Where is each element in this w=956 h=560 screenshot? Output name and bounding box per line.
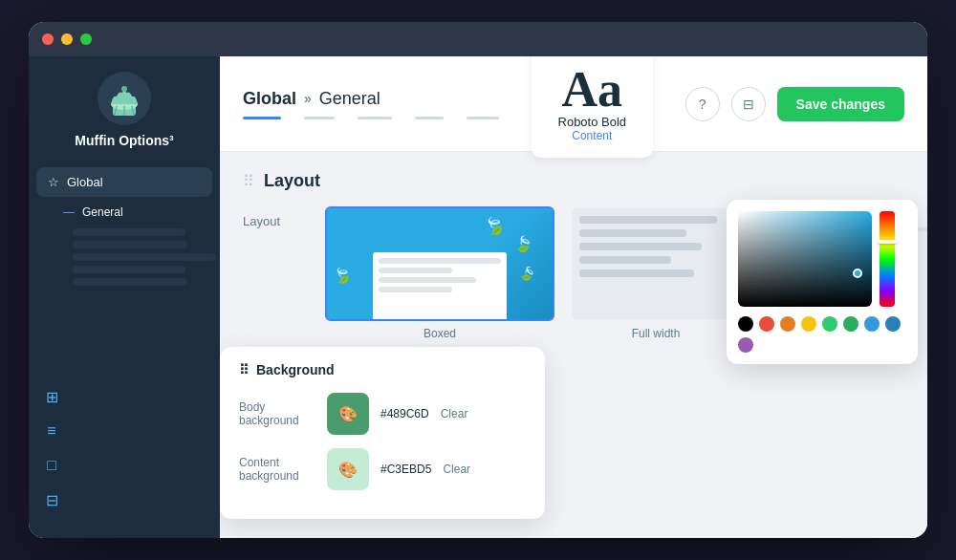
close-dot[interactable] [42, 33, 54, 45]
sidebar-placeholder-5 [73, 278, 187, 286]
breadcrumb-root: Global [243, 89, 296, 109]
layout-line-4 [379, 287, 452, 292]
layout-line-3 [379, 277, 476, 283]
sidebar-placeholder-3 [73, 253, 216, 261]
color-picker-cursor[interactable] [853, 269, 862, 278]
background-panel: ⠿ Background Body background 🎨 #489C6D C… [220, 347, 545, 519]
font-preview-aa: Aa [558, 65, 627, 115]
color-picker-panel [727, 200, 918, 364]
tab-2[interactable] [304, 117, 335, 119]
palette-purple[interactable] [738, 337, 753, 353]
sidebar-item-general[interactable]: — General [29, 201, 220, 224]
main-content: Global » General Aa Roboto Bol [220, 56, 927, 538]
sidebar-general-label: General [82, 205, 123, 219]
leaf-icon-2: 🍃 [513, 233, 535, 254]
layout-options: 🍃 🍃 🍃 🍃 [325, 206, 742, 340]
sidebar-placeholder-2 [73, 241, 187, 248]
layout-card-fullwidth[interactable]: Full width [570, 206, 742, 340]
sidebar-global-label: Global [67, 175, 103, 189]
color-picker-body [738, 211, 906, 307]
tab-5[interactable] [467, 117, 499, 119]
palette-orange[interactable] [780, 316, 795, 332]
font-content-label: Content [558, 129, 627, 142]
fullwidth-label: Full width [632, 327, 681, 340]
browser-window: Muffin Options³ ☆ Global — General [29, 22, 927, 538]
dash-icon: — [63, 205, 75, 219]
browser-titlebar [29, 22, 927, 56]
color-gradient-canvas[interactable] [738, 211, 872, 307]
full-line-3 [579, 243, 702, 250]
page-icon[interactable]: □ [36, 450, 67, 481]
bookmark-button[interactable]: ⊟ [731, 87, 766, 121]
sidebar-bottom-icons: ⊞ ≡ □ ⊟ [29, 374, 220, 523]
layout-preview-boxed: 🍃 🍃 🍃 🍃 [325, 206, 554, 321]
hue-slider[interactable] [880, 211, 895, 307]
font-preview-card: Aa Roboto Bold Content [532, 56, 654, 158]
layout-icon[interactable]: ⊞ [36, 381, 67, 412]
panel-dots-icon: ⠿ [239, 362, 249, 377]
sidebar-item-global[interactable]: ☆ Global [36, 167, 212, 197]
grid-icon[interactable]: ⊟ [36, 485, 67, 515]
boxed-label: Boxed [424, 327, 456, 340]
layout-card-boxed[interactable]: 🍃 🍃 🍃 🍃 [325, 206, 554, 340]
layout-line-2 [379, 268, 452, 273]
main-header: Global » General Aa Roboto Bol [220, 56, 927, 152]
tab-1[interactable] [243, 117, 281, 119]
palette-red[interactable] [759, 316, 774, 332]
maximize-dot[interactable] [80, 33, 92, 45]
content-bg-clear-button[interactable]: Clear [443, 463, 470, 476]
body-bg-swatch[interactable]: 🎨 [327, 393, 369, 435]
drag-dots-icon: ⠿ [243, 172, 254, 190]
palette-yellow[interactable] [801, 316, 816, 332]
tab-4[interactable] [415, 117, 444, 119]
help-button[interactable]: ? [685, 87, 720, 121]
font-name: Roboto Bold [558, 115, 627, 129]
hue-cursor [878, 240, 897, 244]
header-tabs [243, 117, 499, 119]
content-area: ⠿ Layout Layout 🍃 🍃 🍃 [220, 152, 927, 538]
body-bg-icon: 🎨 [338, 405, 358, 423]
content-bg-label: Content background [239, 456, 315, 483]
content-bg-row: Content background 🎨 #C3EBD5 Clear [239, 448, 526, 490]
palette-green[interactable] [843, 316, 858, 332]
body-bg-label: Body background [239, 400, 315, 427]
full-line-4 [579, 256, 671, 264]
layout-label: Layout [243, 206, 310, 228]
section-header: ⠿ Layout [243, 171, 904, 191]
sidebar-placeholder-1 [73, 228, 185, 236]
sidebar: Muffin Options³ ☆ Global — General [29, 56, 220, 538]
leaf-icon-3: 🍃 [516, 263, 537, 284]
sidebar-placeholder-4 [73, 266, 185, 273]
palette-blue-light[interactable] [864, 316, 880, 332]
breadcrumb-current: General [319, 89, 380, 109]
body-bg-clear-button[interactable]: Clear [441, 407, 468, 420]
palette-black[interactable] [738, 316, 753, 332]
browser-body: Muffin Options³ ☆ Global — General [29, 56, 927, 538]
body-bg-hex: #489C6D [380, 407, 429, 420]
section-title: Layout [264, 171, 320, 191]
panel-title-text: Background [256, 362, 335, 377]
star-icon: ☆ [48, 175, 59, 189]
save-button[interactable]: Save changes [777, 87, 904, 121]
breadcrumb-separator: » [304, 91, 312, 106]
header-right: ? ⊟ Save changes [685, 87, 904, 121]
sidebar-logo: Muffin Options³ [29, 72, 220, 148]
content-bg-swatch[interactable]: 🎨 [327, 448, 369, 490]
palette-blue[interactable] [885, 316, 901, 332]
cupcake-icon [98, 72, 151, 125]
svg-point-3 [121, 86, 127, 92]
content-bg-hex: #C3EBD5 [380, 463, 431, 476]
breadcrumb: Global » General [243, 89, 499, 109]
layout-line-1 [379, 258, 501, 264]
minimize-dot[interactable] [61, 33, 73, 45]
layout-preview-fullwidth [570, 206, 742, 321]
palette-green-light[interactable] [822, 316, 837, 332]
leaf-icon-4: 🍃 [331, 265, 354, 288]
menu-icon[interactable]: ≡ [36, 416, 67, 446]
sidebar-brand: Muffin Options³ [75, 133, 173, 148]
color-palette-row [738, 316, 906, 353]
full-line-5 [579, 269, 694, 277]
tab-3[interactable] [358, 117, 392, 119]
sidebar-nav: ☆ Global — General [29, 167, 220, 374]
content-bg-icon: 🎨 [338, 461, 358, 479]
